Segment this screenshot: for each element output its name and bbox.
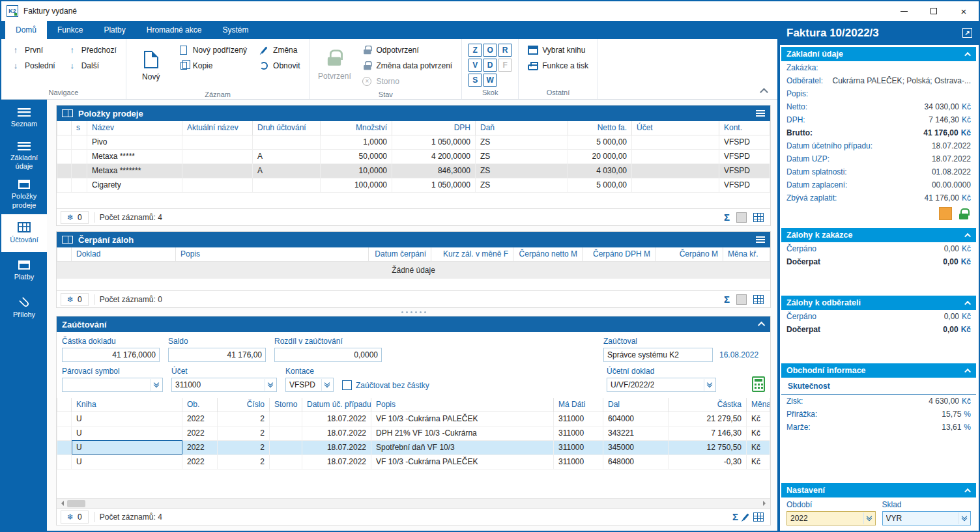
refresh-button[interactable]: Obnovit — [256, 58, 302, 73]
table-cell[interactable] — [632, 163, 719, 178]
table-cell[interactable] — [57, 440, 72, 455]
table-cell[interactable]: Pivo — [87, 135, 182, 149]
calculator-icon[interactable] — [752, 376, 765, 392]
saldo-input[interactable] — [168, 348, 266, 362]
table-cell[interactable]: U — [72, 455, 182, 469]
sidebar-item-uctovani[interactable]: Účtování — [1, 214, 47, 252]
column-header[interactable]: Ob. — [182, 398, 218, 412]
table-cell[interactable]: Kč — [747, 426, 770, 440]
table-cell[interactable]: VF 10/3 -Cukrárna PALEČEK — [371, 455, 554, 469]
table-cell[interactable]: 5 000,00 — [568, 135, 632, 149]
sklad-combo[interactable]: VYR — [882, 511, 972, 525]
table-cell[interactable]: 2022 — [182, 455, 218, 469]
table-row[interactable]: U2022218.07.2022DPH 21% VF 10/3 -Cukrárn… — [57, 426, 770, 440]
dropdown-icon[interactable] — [321, 379, 332, 391]
table-cell[interactable]: 846,3000 — [392, 163, 476, 178]
confirm-button[interactable]: Potvrzení — [316, 42, 353, 89]
column-header[interactable]: Číslo — [218, 398, 270, 412]
table-cell[interactable]: 343221 — [603, 426, 669, 440]
table-cell[interactable] — [72, 135, 87, 149]
table-cell[interactable]: 311000 — [554, 412, 603, 426]
new-child-button[interactable]: Nový podřízený — [176, 42, 250, 57]
table-row[interactable]: Cigarety100,00001 050,0000ZS5 000,00VFSP… — [57, 178, 770, 192]
expand-panel-icon[interactable]: ↗ — [962, 28, 972, 38]
grid-settings-icon[interactable] — [753, 213, 764, 222]
table-cell[interactable]: 10,0000 — [321, 163, 392, 178]
jump-button-w[interactable]: W — [483, 74, 497, 87]
table-cell[interactable]: 1 050,0000 — [392, 178, 476, 192]
table-cell[interactable]: 2022 — [182, 412, 218, 426]
column-header[interactable] — [57, 247, 72, 261]
column-header[interactable]: Částka — [669, 398, 747, 412]
table-cell[interactable]: VF 10/3 -Cukrárna PALEČEK — [371, 412, 554, 426]
column-header[interactable]: Měna — [747, 398, 770, 412]
table-cell[interactable]: 18.07.2022 — [302, 455, 371, 469]
sum-icon[interactable]: Σ — [732, 511, 738, 522]
jump-button-r[interactable]: R — [498, 44, 512, 57]
collapse-chevron-icon[interactable] — [964, 488, 971, 494]
table-cell[interactable] — [57, 135, 72, 149]
castka-dokladu-input[interactable] — [62, 348, 160, 362]
table-cell[interactable] — [72, 163, 87, 178]
jump-button-d[interactable]: D — [483, 59, 497, 72]
table-cell[interactable] — [632, 178, 719, 192]
tab-platby[interactable]: Platby — [93, 21, 136, 39]
maximize-button[interactable] — [919, 1, 949, 21]
table-cell[interactable]: 2 — [218, 426, 270, 440]
obdobi-combo[interactable]: 2022 — [786, 511, 876, 525]
ucetni-doklad-combo[interactable]: U/VF/2022/2 — [607, 378, 716, 392]
table-cell[interactable]: 50,0000 — [321, 149, 392, 163]
collapse-chevron-icon[interactable] — [964, 51, 971, 58]
table-cell[interactable]: Metaxa ******* — [87, 163, 182, 178]
table-cell[interactable] — [632, 149, 719, 163]
table-cell[interactable] — [632, 135, 719, 149]
table-cell[interactable]: 5 000,00 — [568, 178, 632, 192]
previous-record-button[interactable]: ↑Předchozí — [65, 42, 119, 57]
column-header[interactable]: Kurz zál. v měně F — [431, 247, 513, 261]
column-header[interactable]: Datum čerpání — [369, 247, 431, 261]
table-cell[interactable]: U — [72, 440, 182, 455]
column-header[interactable]: Aktuální název — [182, 121, 253, 135]
sidebar-item-seznam[interactable]: Seznam — [1, 100, 47, 137]
table-cell[interactable]: 4 200,0000 — [392, 149, 476, 163]
column-header[interactable]: DPH — [392, 121, 476, 135]
column-header[interactable]: Datum úč. případu — [302, 398, 371, 412]
jump-button-z[interactable]: Z — [468, 44, 482, 57]
table-cell[interactable] — [270, 455, 302, 469]
table-cell[interactable]: 345000 — [603, 440, 669, 455]
section-menu-icon[interactable] — [756, 236, 765, 243]
table-cell[interactable]: Spotřební daň VF 10/3 — [371, 440, 554, 455]
table-cell[interactable]: 604000 — [603, 412, 669, 426]
table-cell[interactable]: ZS — [476, 135, 568, 149]
scrollbar-thumb[interactable] — [67, 500, 85, 507]
table-cell[interactable] — [57, 412, 72, 426]
ribbon-collapse-chevron[interactable] — [760, 88, 768, 96]
table-cell[interactable] — [270, 412, 302, 426]
dropdown-icon[interactable] — [151, 379, 162, 391]
last-record-button[interactable]: ↓Poslední — [8, 58, 58, 73]
tab-funkce[interactable]: Funkce — [47, 21, 93, 39]
cancel-document-button[interactable]: ×Storno — [359, 74, 455, 89]
tab-hromadne-akce[interactable]: Hromadné akce — [136, 21, 212, 39]
table-row[interactable]: Metaxa *****A50,00004 200,0000ZS20 000,0… — [57, 149, 770, 163]
table-cell[interactable]: U — [72, 426, 182, 440]
table-cell[interactable] — [57, 163, 72, 178]
table-cell[interactable] — [72, 149, 87, 163]
table-cell[interactable]: 1 050,0000 — [392, 135, 476, 149]
table-cell[interactable]: 2 — [218, 440, 270, 455]
table-cell[interactable]: Cigarety — [87, 178, 182, 192]
dropdown-icon[interactable] — [704, 379, 715, 391]
horizontal-scrollbar[interactable] — [57, 498, 770, 508]
dropdown-icon[interactable] — [863, 512, 874, 524]
tab-domu[interactable]: Domů — [5, 21, 47, 39]
table-cell[interactable]: DPH 21% VF 10/3 -Cukrárna — [371, 426, 554, 440]
table-cell[interactable]: ZS — [476, 163, 568, 178]
table-cell[interactable]: -0,30 — [669, 455, 747, 469]
table-cell[interactable]: 311000 — [554, 455, 603, 469]
view-toggle-button[interactable] — [736, 294, 747, 305]
jump-button-f[interactable]: F — [498, 59, 512, 72]
table-cell[interactable]: 100,0000 — [321, 178, 392, 192]
jump-button-s[interactable]: S — [468, 74, 482, 87]
table-cell[interactable]: Kč — [747, 455, 770, 469]
table-cell[interactable]: 18.07.2022 — [302, 426, 371, 440]
